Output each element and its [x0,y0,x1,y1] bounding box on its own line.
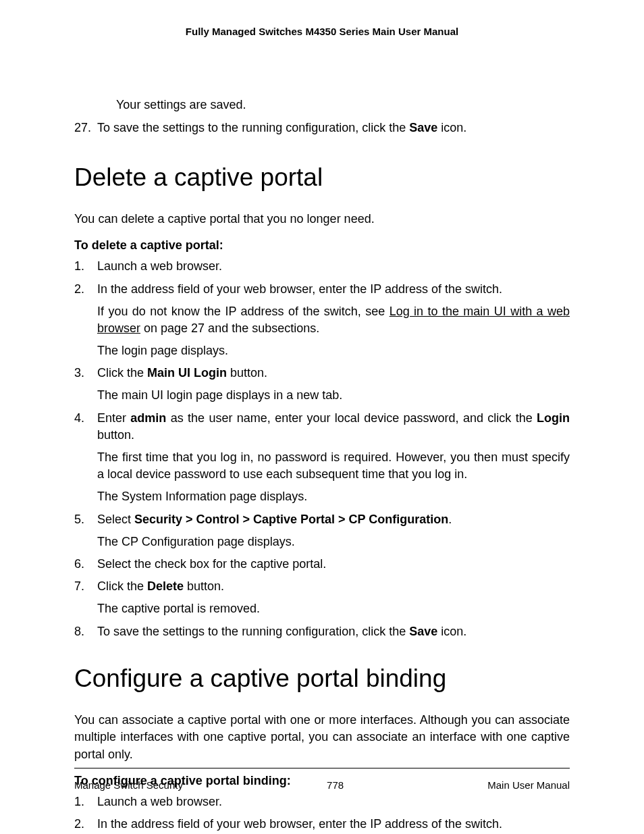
section1-steps: Launch a web browser. In the address fie… [74,258,570,640]
step-number: 27. [74,120,97,136]
step: Click the Main UI Login button. The main… [74,365,570,404]
step-subtext: The login page displays. [97,342,570,359]
text: as the user name, enter your local devic… [166,411,537,425]
text: Select [97,513,134,526]
step: To save the settings to the running conf… [74,623,570,640]
text: If you do not know the IP address of the… [97,305,390,318]
save-bold: Save [409,121,437,134]
step-subtext: The first time that you log in, no passw… [97,449,570,483]
text: button. [97,428,134,442]
section1-intro: You can delete a captive portal that you… [74,211,570,228]
carryover-step-27: 27. To save the settings to the running … [74,120,570,136]
step-text: To save the settings to the running conf… [97,120,570,136]
footer-rule [74,768,570,768]
step-text: Select the check box for the captive por… [97,557,326,571]
admin-bold: admin [130,411,166,425]
page-header-title: Fully Managed Switches M4350 Series Main… [74,26,570,37]
section-heading-configure: Configure a captive portal binding [74,664,570,694]
text: button. [227,366,267,380]
step-text: Launch a web browser. [97,795,222,808]
step: Select Security > Control > Captive Port… [74,511,570,550]
step: In the address field of your web browser… [74,281,570,360]
text: icon. [437,625,466,638]
text: icon. [437,121,466,134]
text: To save the settings to the running conf… [97,121,409,134]
step-text: Launch a web browser. [97,259,222,273]
step: Click the Delete button. The captive por… [74,578,570,617]
step: Enter admin as the user name, enter your… [74,410,570,506]
login-bold: Login [537,411,570,425]
carryover-saved-text: Your settings are saved. [116,97,570,113]
step-subtext: If you do not know the IP address of the… [97,303,570,337]
save-bold: Save [409,625,437,638]
footer-row: Manage Switch Security 778 Main User Man… [74,779,570,791]
step: Launch a web browser. [74,793,570,810]
text: To save the settings to the running conf… [97,625,409,638]
text: button. [184,579,224,593]
step-text: In the address field of your web browser… [97,817,502,831]
step-text: In the address field of your web browser… [97,282,502,296]
step: In the address field of your web browser… [74,816,570,833]
nav-path-bold: Security > Control > Captive Portal > CP… [134,513,448,526]
footer-left: Manage Switch Security [74,779,183,791]
text: on page 27 and the subsections. [140,321,319,335]
step-subtext: The System Information page displays. [97,488,570,505]
section1-subhead: To delete a captive portal: [74,238,570,253]
page: Fully Managed Switches M4350 Series Main… [0,0,644,834]
text: Click the [97,366,147,380]
step: Select the check box for the captive por… [74,556,570,573]
step-subtext: The CP Configuration page displays. [97,533,570,550]
section2-steps: Launch a web browser. In the address fie… [74,793,570,833]
main-ui-login-bold: Main UI Login [147,366,227,380]
text: . [448,513,452,526]
step-subtext: The main UI login page displays in a new… [97,387,570,404]
footer-page-number: 778 [327,779,344,791]
delete-bold: Delete [147,579,184,593]
text: Click the [97,579,147,593]
page-footer: Manage Switch Security 778 Main User Man… [74,768,570,791]
step: Launch a web browser. [74,258,570,275]
step-subtext: The captive portal is removed. [97,600,570,617]
section-heading-delete: Delete a captive portal [74,163,570,192]
footer-right: Main User Manual [487,779,570,791]
text: Enter [97,411,130,425]
section2-intro: You can associate a captive portal with … [74,712,570,763]
